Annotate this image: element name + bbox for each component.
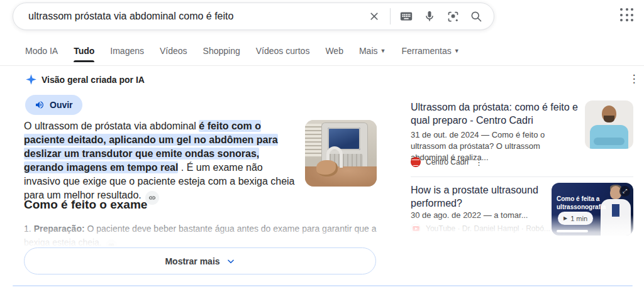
microphone-icon[interactable] xyxy=(422,9,437,24)
centro-cadri-favicon xyxy=(411,157,421,167)
google-apps-icon[interactable] xyxy=(620,8,634,22)
hand-shape xyxy=(316,160,338,176)
paragraph-text: O ultrassom de próstata via abdominal xyxy=(24,121,199,131)
window-blind-shape xyxy=(305,124,321,156)
numbered-list-item: 1.Preparação: O paciente deve beber bast… xyxy=(24,222,380,251)
tab-label: Imagens xyxy=(110,46,144,56)
tab-mais[interactable]: Mais▼ xyxy=(359,46,386,62)
sidebar-card-snippet: 30 de ago. de 2022 — a tomar... xyxy=(411,210,568,221)
source-name: Centro Cadri xyxy=(426,158,469,166)
tab-label: Ferramentas xyxy=(401,46,451,56)
video-thumbnail[interactable]: Como é feita a ultrassonografia ⤢ ▶ 1 mi… xyxy=(552,183,633,236)
video-progress-bar xyxy=(557,230,588,232)
card-menu-icon[interactable]: ⋮ xyxy=(475,158,483,167)
search-input[interactable] xyxy=(28,11,367,22)
expand-glyph: ⤢ xyxy=(623,188,627,195)
tab-web[interactable]: Web xyxy=(325,46,343,62)
tab-videos-curtos[interactable]: Vídeos curtos xyxy=(256,46,310,62)
chevron-down-icon: ▼ xyxy=(454,48,460,54)
ai-overview-header: Visão geral criada por IA xyxy=(25,73,145,85)
youtube-favicon xyxy=(411,224,421,234)
tab-imagens[interactable]: Imagens xyxy=(110,46,144,62)
person-shirt-shape xyxy=(590,125,628,149)
video-overlay-line: Como é feita a xyxy=(557,195,606,204)
speaker-icon xyxy=(35,100,45,110)
tab-label: Modo IA xyxy=(25,46,58,56)
search-bar-divider xyxy=(390,8,391,24)
show-more-button[interactable]: Mostrar mais xyxy=(24,247,376,274)
ai-overview-paragraph: O ultrassom de próstata via abdominal é … xyxy=(24,119,301,205)
person-arms-shape xyxy=(594,138,625,145)
source-row: Centro Cadri ⋮ xyxy=(411,157,483,167)
chevron-down-icon xyxy=(226,257,235,266)
listen-button[interactable]: Ouvir xyxy=(25,95,82,115)
ai-overview-title: Visão geral criada por IA xyxy=(42,75,145,85)
section-heading: Como é feito o exame xyxy=(24,198,147,212)
search-bar[interactable] xyxy=(13,3,494,30)
chevron-down-icon: ▼ xyxy=(380,48,386,54)
video-duration: 1 min xyxy=(570,215,587,222)
tab-ferramentas[interactable]: Ferramentas▼ xyxy=(401,46,459,62)
tab-modo-ia[interactable]: Modo IA xyxy=(25,46,58,62)
list-item-label: Preparação: xyxy=(34,224,85,234)
tab-videos[interactable]: Vídeos xyxy=(160,46,187,62)
video-overlay-text: Como é feita a ultrassonografia xyxy=(557,195,606,211)
keyboard-icon[interactable] xyxy=(399,9,414,24)
google-search-results-page: Modo IA Tudo Imagens Vídeos Shopping Víd… xyxy=(0,0,644,304)
tab-label: Vídeos curtos xyxy=(256,46,310,56)
video-duration-badge: ▶ 1 min xyxy=(558,212,593,225)
clear-search-icon[interactable] xyxy=(367,9,382,24)
expand-icon[interactable]: ⤢ xyxy=(619,186,630,197)
tab-shopping[interactable]: Shopping xyxy=(203,46,240,62)
sidebar-divider xyxy=(411,176,633,177)
tab-label: Web xyxy=(325,46,343,56)
ultrasound-exam-image[interactable] xyxy=(305,120,377,187)
results-tab-bar: Modo IA Tudo Imagens Vídeos Shopping Víd… xyxy=(25,46,460,62)
ai-overview-menu-icon[interactable]: ⋮ xyxy=(628,73,640,85)
play-icon: ▶ xyxy=(564,215,567,221)
sidebar-card-title[interactable]: How is a prostate ultrasound performed? xyxy=(411,183,569,210)
google-lens-icon[interactable] xyxy=(445,9,460,24)
tab-label: Tudo xyxy=(74,46,94,56)
person-beard-shape xyxy=(604,116,614,122)
video-overlay-line: ultrassonografia xyxy=(557,204,606,212)
doctor-tie-shape xyxy=(612,204,619,217)
ai-overview-bottom-divider xyxy=(13,285,633,286)
sidebar-card-title[interactable]: Ultrassom da próstata: como é feito e qu… xyxy=(411,100,582,127)
sidebar-card-thumbnail[interactable] xyxy=(585,100,633,149)
tab-label: Mais xyxy=(359,46,378,56)
source-row: YouTube · Dr. Daniel Hampl · Robó... ⋮ xyxy=(411,224,565,234)
listen-button-label: Ouvir xyxy=(50,100,73,110)
tab-label: Shopping xyxy=(203,46,240,56)
search-icon[interactable] xyxy=(469,9,484,24)
tab-tudo[interactable]: Tudo xyxy=(74,46,94,62)
ai-sparkle-icon xyxy=(25,73,37,85)
source-name: YouTube · Dr. Daniel Hampl · Robó... xyxy=(426,224,550,233)
show-more-label: Mostrar mais xyxy=(165,256,219,266)
list-number: 1. xyxy=(24,224,31,234)
tabs-divider xyxy=(0,65,644,66)
tab-label: Vídeos xyxy=(160,46,187,56)
